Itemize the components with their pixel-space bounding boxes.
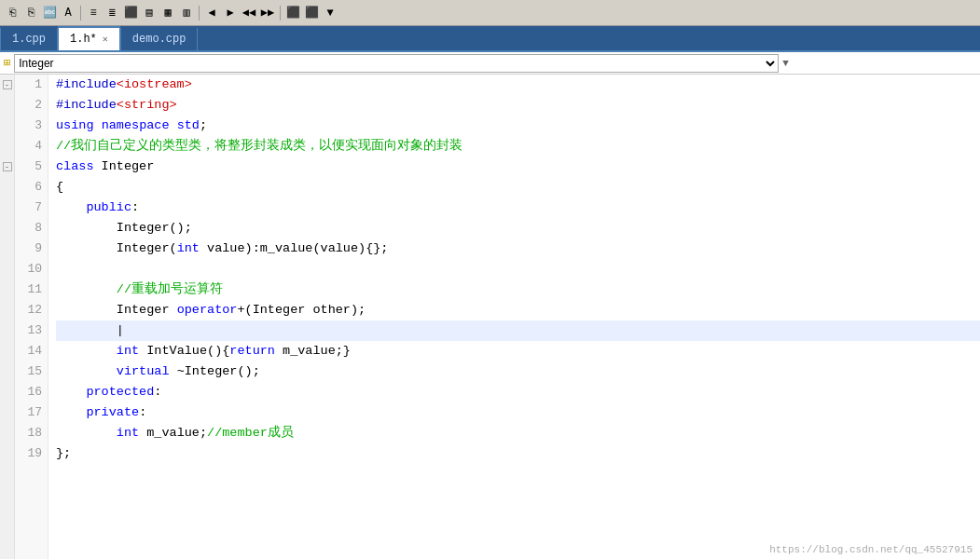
separator-1 — [80, 6, 81, 20]
editor-container: -- 12345678910111213141516171819 #includ… — [0, 75, 980, 559]
code-line-16[interactable]: protected: — [56, 382, 980, 402]
gutter-cell-6 — [0, 177, 14, 198]
separator-3 — [280, 6, 281, 20]
line-number-14: 14 — [15, 341, 42, 361]
line-number-16: 16 — [15, 382, 42, 402]
toolbar: ⎗ ⎘ 🔤 A ≡ ≣ ⬛ ▤ ▦ ▥ ◀ ▶ ◀◀ ▶▶ ⬛ ⬛ ▼ — [0, 0, 980, 26]
line-number-17: 17 — [15, 402, 42, 423]
toolbar-icon-12[interactable]: ▶ — [222, 5, 239, 21]
line-numbers: 12345678910111213141516171819 — [15, 75, 48, 559]
code-content[interactable]: #include<iostream>#include<string>using … — [48, 75, 980, 559]
code-line-5[interactable]: class Integer — [56, 157, 980, 177]
symbol-icon: ⊞ — [4, 56, 10, 70]
line-number-13: 13 — [15, 320, 42, 341]
line-number-4: 4 — [15, 136, 42, 157]
toolbar-icon-8[interactable]: ▤ — [141, 5, 158, 21]
code-line-1[interactable]: #include<iostream> — [56, 75, 980, 95]
tab-1h-close[interactable]: ✕ — [103, 34, 108, 45]
tab-bar: 1.cpp 1.h* ✕ demo.cpp — [0, 26, 980, 52]
line-number-9: 9 — [15, 239, 42, 259]
toolbar-icon-2[interactable]: ⎘ — [22, 5, 39, 21]
toolbar-icon-13[interactable]: ◀◀ — [241, 5, 257, 21]
tab-1h-label: 1.h* — [70, 33, 97, 46]
toolbar-icon-14[interactable]: ▶▶ — [259, 5, 276, 21]
code-line-10[interactable] — [56, 259, 980, 280]
line-number-15: 15 — [15, 361, 42, 382]
tab-democpp[interactable]: demo.cpp — [120, 28, 199, 50]
line-number-1: 1 — [15, 75, 42, 95]
toolbar-icon-15[interactable]: ⬛ — [284, 5, 301, 21]
toolbar-icon-6[interactable]: ≣ — [104, 5, 120, 21]
gutter-cell-14 — [0, 341, 14, 361]
gutter-cell-18 — [0, 423, 14, 443]
gutter-cell-15 — [0, 361, 14, 382]
gutter-cell-8 — [0, 218, 14, 239]
code-line-8[interactable]: Integer(); — [56, 218, 980, 239]
gutter-cell-9 — [0, 239, 14, 259]
gutter-cell-11 — [0, 280, 14, 300]
tab-1cpp-label: 1.cpp — [12, 33, 46, 46]
toolbar-icon-9[interactable]: ▦ — [159, 5, 176, 21]
code-line-18[interactable]: int m_value;//member成员 — [56, 423, 980, 443]
symbol-selector[interactable]: Integer — [14, 54, 779, 73]
gutter: -- — [0, 75, 15, 559]
code-line-12[interactable]: Integer operator+(Integer other); — [56, 300, 980, 320]
line-number-3: 3 — [15, 116, 42, 136]
toolbar-icon-3[interactable]: 🔤 — [41, 5, 58, 21]
line-number-10: 10 — [15, 259, 42, 280]
toolbar-icon-1[interactable]: ⎗ — [4, 5, 21, 21]
line-number-5: 5 — [15, 157, 42, 177]
code-line-19[interactable]: }; — [56, 443, 980, 464]
code-line-6[interactable]: { — [56, 177, 980, 198]
symbol-dropdown-arrow[interactable]: ▼ — [782, 58, 789, 69]
code-line-3[interactable]: using namespace std; — [56, 116, 980, 136]
line-number-2: 2 — [15, 95, 42, 116]
gutter-cell-19 — [0, 443, 14, 464]
gutter-cell-1[interactable]: - — [0, 75, 14, 95]
gutter-cell-17 — [0, 402, 14, 423]
code-line-15[interactable]: virtual ~Integer(); — [56, 361, 980, 382]
symbol-bar: ⊞ Integer ▼ — [0, 52, 980, 75]
toolbar-icon-10[interactable]: ▥ — [178, 5, 195, 21]
gutter-cell-3 — [0, 116, 14, 136]
gutter-cell-4 — [0, 136, 14, 157]
code-line-17[interactable]: private: — [56, 402, 980, 423]
watermark: https://blog.csdn.net/qq_45527915 — [769, 544, 973, 555]
toolbar-icon-4[interactable]: A — [60, 5, 76, 21]
line-number-11: 11 — [15, 280, 42, 300]
toolbar-icon-11[interactable]: ◀ — [203, 5, 220, 21]
code-line-9[interactable]: Integer(int value):m_value(value){}; — [56, 239, 980, 259]
gutter-cell-12 — [0, 300, 14, 320]
gutter-cell-13 — [0, 320, 14, 341]
tab-1cpp[interactable]: 1.cpp — [0, 28, 58, 50]
tab-democpp-label: demo.cpp — [132, 33, 186, 46]
gutter-cell-2 — [0, 95, 14, 116]
line-number-7: 7 — [15, 198, 42, 218]
code-line-7[interactable]: public: — [56, 198, 980, 218]
code-line-11[interactable]: //重载加号运算符 — [56, 280, 980, 300]
line-number-19: 19 — [15, 443, 42, 464]
line-number-12: 12 — [15, 300, 42, 320]
separator-2 — [199, 6, 200, 20]
toolbar-icon-16[interactable]: ⬛ — [303, 5, 320, 21]
gutter-cell-16 — [0, 382, 14, 402]
code-line-13[interactable]: | — [56, 320, 980, 341]
tab-1h[interactable]: 1.h* ✕ — [58, 26, 120, 50]
code-line-4[interactable]: //我们自己定义的类型类，将整形封装成类，以便实现面向对象的封装 — [56, 136, 980, 157]
code-line-14[interactable]: int IntValue(){return m_value;} — [56, 341, 980, 361]
toolbar-icon-7[interactable]: ⬛ — [122, 5, 139, 21]
line-number-6: 6 — [15, 177, 42, 198]
toolbar-icon-17[interactable]: ▼ — [322, 5, 338, 21]
gutter-cell-5[interactable]: - — [0, 157, 14, 177]
toolbar-icon-5[interactable]: ≡ — [85, 5, 102, 21]
line-number-8: 8 — [15, 218, 42, 239]
gutter-cell-10 — [0, 259, 14, 280]
line-number-18: 18 — [15, 423, 42, 443]
gutter-cell-7 — [0, 198, 14, 218]
code-line-2[interactable]: #include<string> — [56, 95, 980, 116]
